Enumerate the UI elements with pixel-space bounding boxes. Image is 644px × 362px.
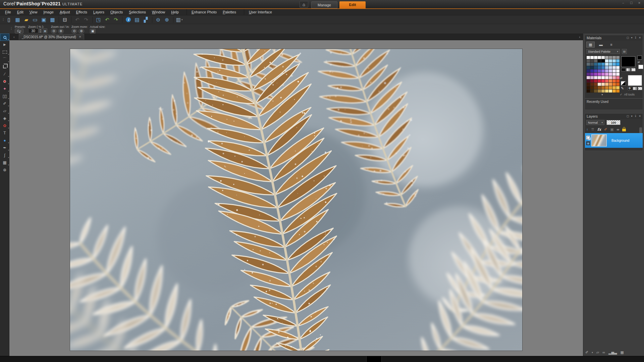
- swatch-3-7[interactable]: [612, 66, 616, 69]
- transparency-toggle[interactable]: [621, 81, 626, 85]
- swatch-9-4[interactable]: [601, 86, 605, 89]
- swatch-4-5[interactable]: [605, 69, 608, 72]
- swatch-1-4[interactable]: [601, 59, 605, 62]
- tool-straighten[interactable]: ∕: [0, 70, 9, 78]
- menu-help[interactable]: Help: [168, 9, 182, 15]
- swatch-9-0[interactable]: [587, 86, 590, 89]
- tool-red-eye[interactable]: [0, 78, 9, 85]
- swatch-6-0[interactable]: [587, 76, 590, 79]
- menu-file[interactable]: File: [2, 9, 14, 15]
- rotate-left-button[interactable]: ↶: [73, 16, 82, 24]
- swatch-1-2[interactable]: [594, 59, 597, 62]
- document-tab[interactable]: _DSC0015.tif* @ 30% (Background) ✕: [19, 34, 84, 40]
- save-as-button[interactable]: ▩: [48, 16, 57, 24]
- menu-objects[interactable]: Objects: [107, 9, 126, 15]
- navigate-button[interactable]: ▦: [43, 28, 47, 33]
- swatch-6-2[interactable]: [594, 76, 597, 79]
- swatch-10-1[interactable]: [590, 89, 594, 93]
- swatch-9-1[interactable]: [590, 86, 594, 89]
- tool-pen[interactable]: ✒: [0, 144, 9, 152]
- home-button[interactable]: ⌂: [300, 1, 308, 8]
- swatch-1-8[interactable]: [616, 59, 620, 62]
- opacity-slider[interactable]: 100: [606, 120, 621, 125]
- swatch-3-2[interactable]: [594, 66, 597, 69]
- redo-button[interactable]: ↷: [112, 16, 120, 24]
- minimize-icon[interactable]: –: [621, 1, 626, 5]
- zoom-percent-input[interactable]: 30: [28, 28, 38, 33]
- swap-colors-icon[interactable]: ⇄: [620, 76, 623, 80]
- swatch-7-1[interactable]: [590, 79, 594, 82]
- tool-paint-brush[interactable]: ✐: [0, 100, 9, 107]
- close-icon[interactable]: ✕: [637, 1, 642, 5]
- lock-transparency-icon[interactable]: [622, 129, 626, 131]
- swatch-9-5[interactable]: [605, 86, 608, 89]
- bg-pattern-button[interactable]: [638, 87, 642, 90]
- workspace-tab-manage[interactable]: Manage: [311, 1, 337, 8]
- image-information-button[interactable]: i: [124, 16, 133, 24]
- swatch-10-8[interactable]: [616, 89, 620, 93]
- print-button[interactable]: ⊟: [61, 16, 69, 24]
- swatch-2-0[interactable]: [587, 63, 590, 66]
- all-tools-row[interactable]: ✓All tools: [620, 93, 635, 96]
- swatch-7-8[interactable]: [616, 79, 620, 82]
- swatch-0-8[interactable]: [616, 56, 620, 59]
- menu-edit[interactable]: Edit: [14, 9, 26, 15]
- spin-up-icon[interactable]: ▲: [39, 28, 42, 31]
- tool-mesh-warp[interactable]: ▦: [0, 159, 9, 166]
- fill-chip[interactable]: [638, 65, 643, 69]
- swatch-2-3[interactable]: [598, 63, 601, 66]
- fg-color-button[interactable]: [621, 68, 626, 71]
- hsl-map-tab[interactable]: ▬: [597, 42, 605, 48]
- swatch-0-1[interactable]: [590, 56, 594, 59]
- swatches-tab[interactable]: ▦: [586, 42, 595, 48]
- background-swatch[interactable]: [628, 75, 642, 86]
- swatch-5-7[interactable]: [612, 73, 616, 76]
- swatch-3-8[interactable]: [616, 66, 620, 69]
- swatch-0-5[interactable]: [605, 56, 608, 59]
- zoom-in-cmd-button[interactable]: ⊕: [163, 16, 171, 24]
- palette-select[interactable]: Standard Palette▾: [586, 49, 620, 54]
- eyedropper-icon[interactable]: ✐: [619, 86, 624, 89]
- screen-capture-button[interactable]: ▤: [133, 16, 142, 24]
- chip-swap-icon[interactable]: ⇄: [638, 61, 640, 64]
- swatch-7-5[interactable]: [605, 79, 608, 82]
- swatch-4-7[interactable]: [612, 69, 616, 72]
- swatch-10-7[interactable]: [612, 89, 616, 93]
- palettes-toggle-button[interactable]: ▥▾: [175, 16, 184, 24]
- swatch-6-6[interactable]: [609, 76, 612, 79]
- palette-options-button[interactable]: ▤: [622, 49, 627, 54]
- swatch-2-7[interactable]: [612, 63, 616, 66]
- swatch-2-8[interactable]: [616, 63, 620, 66]
- swatch-2-6[interactable]: [609, 63, 612, 66]
- swatch-2-5[interactable]: [605, 63, 608, 66]
- foreground-swatch[interactable]: [621, 56, 635, 67]
- swatch-4-2[interactable]: [594, 69, 597, 72]
- swatch-10-6[interactable]: [609, 89, 612, 93]
- swatch-3-5[interactable]: [605, 66, 608, 69]
- swatch-2-1[interactable]: [590, 63, 594, 66]
- swatch-3-1[interactable]: [590, 66, 594, 69]
- swatch-5-8[interactable]: [616, 73, 620, 76]
- swatch-9-3[interactable]: [598, 86, 601, 89]
- image-canvas[interactable]: [70, 49, 523, 351]
- swatch-4-0[interactable]: [587, 69, 590, 72]
- tool-makeover[interactable]: ✦: [0, 85, 9, 93]
- menu-palettes[interactable]: Palettes: [220, 9, 239, 15]
- swatch-6-3[interactable]: [598, 76, 601, 79]
- eraser-icon[interactable]: ▱: [596, 351, 599, 354]
- swatch-grid-icon[interactable]: ▦: [620, 351, 624, 354]
- swatch-3-4[interactable]: [601, 66, 605, 69]
- swatch-8-0[interactable]: [587, 83, 590, 86]
- panel-pin-icon[interactable]: ↧: [635, 114, 637, 119]
- swatch-5-3[interactable]: [598, 73, 601, 76]
- swatch-5-4[interactable]: [601, 73, 605, 76]
- spin-down-icon[interactable]: ▼: [39, 31, 42, 33]
- tool-pick[interactable]: ►: [0, 41, 9, 48]
- swatch-5-1[interactable]: [590, 73, 594, 76]
- tool-selection[interactable]: [0, 48, 9, 56]
- swatch-9-7[interactable]: [612, 86, 616, 89]
- swatch-0-7[interactable]: [612, 56, 616, 59]
- swatch-8-7[interactable]: [612, 83, 616, 86]
- swatch-1-7[interactable]: [612, 59, 616, 62]
- swatch-2-4[interactable]: [601, 63, 605, 66]
